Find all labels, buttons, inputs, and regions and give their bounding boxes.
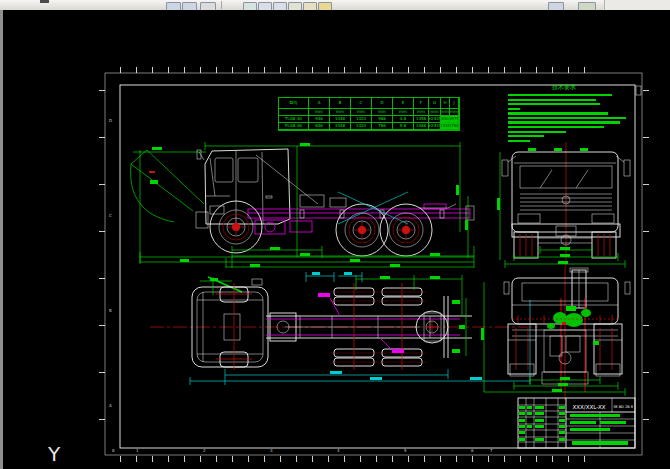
table-unit-cell: mm — [351, 109, 372, 116]
table-unit-cell: mm — [441, 109, 450, 116]
marker-lamp — [554, 148, 562, 151]
table-cell: 4.8 — [393, 116, 414, 123]
ucs-y-axis-icon: Y — [48, 444, 60, 464]
technical-notes: 技术要求 — [508, 84, 642, 144]
table-cell: 1348 — [330, 123, 351, 130]
drawing-type-codes: 38 BD 2B 8 — [613, 405, 633, 409]
table-header: D — [372, 98, 393, 109]
table-cell: 988 — [372, 116, 393, 123]
table-header: J — [450, 98, 459, 109]
table-header: F — [414, 98, 429, 109]
drawing-number: XXX/XXL-XX — [573, 404, 606, 410]
table-cell: 840 — [441, 116, 450, 123]
table-header: B — [330, 98, 351, 109]
note-line — [508, 131, 566, 133]
table-unit-cell: mm — [393, 109, 414, 116]
table-unit-cell: mm — [450, 109, 459, 116]
table-header: A — [309, 98, 330, 109]
table-cell: 786 — [372, 123, 393, 130]
table-cell: 1358 — [414, 116, 429, 123]
cab-plan — [192, 279, 268, 367]
headlight-left — [518, 214, 540, 223]
table-cell: 1468 — [414, 123, 429, 130]
side-dims-top-right — [205, 142, 468, 258]
table-row-label: TLG8-30 — [279, 116, 309, 123]
note-line — [508, 121, 620, 123]
drawing-canvas[interactable]: 1 2 3 4 5 6 7 8 D C B A — [0, 10, 670, 469]
table-header: 型号 — [279, 98, 309, 109]
plan-dims-bottom — [190, 300, 530, 385]
drawing-sheet: XXX/XXL-XX 38 BD 2B 8 — [0, 10, 670, 469]
tilt-trace-line — [256, 155, 318, 204]
mirror-left — [502, 160, 508, 176]
table-unit-cell: mm — [372, 109, 393, 116]
door-handle — [266, 196, 272, 198]
note-line — [508, 140, 530, 142]
table-cell: 946 — [309, 116, 330, 123]
battery-box — [290, 221, 312, 232]
note-line — [508, 126, 604, 128]
note-line — [508, 99, 596, 101]
table-header: E — [393, 98, 414, 109]
cab-step — [210, 206, 224, 214]
table-unit-cell: mm — [429, 109, 441, 116]
note-line — [508, 117, 626, 119]
menu-text-remnant — [40, 0, 49, 3]
table-cell: 1348 — [330, 116, 351, 123]
rear-dims — [481, 282, 625, 396]
note-line — [508, 135, 544, 137]
rear-view — [481, 266, 630, 400]
toolbar-right-panel — [604, 0, 670, 10]
table-cell: 2348 — [441, 123, 450, 130]
note-line — [508, 108, 520, 110]
marker-lamp — [528, 148, 536, 151]
table-cell: 1320 — [351, 123, 372, 130]
table-cell: +2435 — [429, 123, 441, 130]
table-unit-cell: mm — [330, 109, 351, 116]
table-cell: +2435 — [429, 116, 441, 123]
note-line — [508, 103, 600, 105]
toolbar-separator — [221, 1, 222, 9]
table-header: H — [441, 98, 450, 109]
engine-rear-detail — [547, 306, 591, 329]
table-cell: 1320 — [351, 116, 372, 123]
side-view — [131, 142, 474, 268]
parameter-table: 型号 A B C D E F G H J mm mm mm mm mm mm m… — [278, 97, 460, 131]
note-line — [508, 94, 612, 96]
table-header: G — [429, 98, 441, 109]
air-tank — [300, 195, 324, 207]
headlight-right — [592, 214, 614, 223]
plan-leaders — [318, 293, 404, 353]
table-unit-cell: mm — [414, 109, 429, 116]
table-cell: 5.8 — [393, 123, 414, 130]
front-wheels-plan — [216, 283, 252, 370]
table-header: C — [351, 98, 372, 109]
title-block: XXX/XXL-XX 38 BD 2B 8 — [518, 398, 635, 448]
table-cell: 8788 — [450, 123, 459, 130]
table-unit-cell — [279, 109, 309, 116]
tilted-cab-outline — [131, 150, 204, 222]
front-dims — [505, 246, 625, 268]
note-line — [508, 112, 608, 114]
side-dim-left — [133, 147, 206, 263]
notes-title: 技术要求 — [552, 84, 642, 90]
mirror-right — [624, 160, 630, 176]
table-row-label: PLG8-38 — [279, 123, 309, 130]
table-cell: 3975 — [450, 116, 459, 123]
marker-lamp — [580, 148, 588, 151]
table-unit-cell: mm — [309, 109, 330, 116]
table-cell: 846 — [309, 123, 330, 130]
cab-side — [196, 149, 318, 228]
tilt-pivot-mark — [149, 171, 155, 173]
plan-view — [150, 272, 538, 385]
front-view — [497, 142, 630, 268]
